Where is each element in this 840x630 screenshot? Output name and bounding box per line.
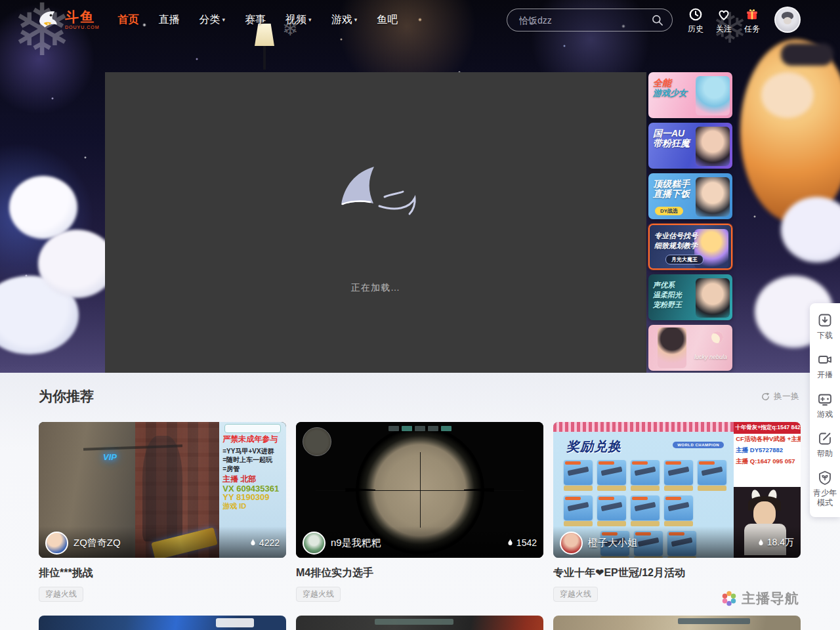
nav-item-yuba[interactable]: 鱼吧 — [377, 13, 398, 27]
category-tag[interactable]: 穿越火线 — [39, 587, 83, 602]
streamer-avatar[interactable] — [560, 532, 583, 555]
top-navbar: 斗鱼 DOUYU.COM 首页 直播 分类▾ 赛事 视频▾ 游戏▾ 鱼吧 历史 — [0, 0, 840, 39]
start-stream-button[interactable]: 开播 — [811, 352, 839, 380]
moon-decoration — [711, 331, 723, 343]
sidebar-stream-card-active[interactable]: 专业估号找号细致规划教学 月光大魔王 — [648, 224, 732, 270]
world-champion-badge: WORLD CHAMPION — [673, 442, 724, 448]
streamer-avatar[interactable] — [303, 532, 326, 555]
plush-shark-decoration — [9, 176, 77, 239]
stream-thumbnail-art — [696, 177, 730, 217]
game-center-button[interactable]: 游戏 — [811, 391, 839, 419]
related-streams-sidebar: 全能游戏少女 国一AU带粉狂魔 顶级糕手直播下饭 DY战选 专业估号找号细致规划… — [648, 72, 732, 373]
sidebar-stream-card[interactable]: 顶级糕手直播下饭 DY战选 — [648, 173, 732, 219]
user-avatar[interactable] — [774, 7, 801, 33]
download-icon — [817, 312, 833, 328]
promo-line: =随时上车一起玩 — [222, 455, 284, 465]
promo-line: =YY马甲+VX进群 — [222, 447, 284, 456]
shark-mascot-icon — [36, 9, 62, 31]
stream-card-row-partial — [39, 616, 801, 630]
category-tag[interactable]: 穿越火线 — [296, 587, 341, 602]
stream-card-text: 温柔阳光 — [653, 290, 682, 300]
sidebar-stream-card[interactable]: 全能游戏少女 — [648, 72, 732, 118]
nav-item-esports[interactable]: 赛事 — [245, 13, 266, 27]
reward-heading: 奖励兑换 — [566, 438, 621, 455]
sidebar-stream-card[interactable]: 国一AU带粉狂魔 — [648, 123, 732, 169]
stream-card: VIP 严禁未成年参与 =YY马甲+VX进群 =随时上车一起玩 =房管 主播 北… — [39, 422, 286, 602]
douyu-logo[interactable]: 斗鱼 DOUYU.COM — [36, 9, 100, 31]
stream-thumbnail[interactable]: n9是我粑粑 1542 — [296, 422, 543, 558]
follow-label: 关注 — [716, 24, 732, 35]
task-button[interactable]: 任务 — [744, 7, 760, 35]
plush-shark-decoration — [38, 230, 116, 298]
category-tag[interactable]: 穿越火线 — [553, 587, 598, 602]
thumbnail-footer: ZQ曾奇ZQ 4222 — [39, 526, 286, 558]
loading-text: 正在加载… — [351, 282, 400, 294]
streamer-name: 橙子大小姐 — [588, 537, 637, 549]
stream-card-text: 声优系 — [653, 280, 682, 290]
stream-card-text: 专业估号找号 — [654, 231, 698, 241]
follow-button[interactable]: 关注 — [716, 7, 732, 35]
shark-fin-icon — [327, 164, 425, 236]
thumbnail-footer: 橙子大小姐 18.4万 — [553, 526, 801, 558]
section-title: 为你推荐 — [39, 387, 94, 406]
stream-thumbnail[interactable] — [39, 616, 286, 630]
chevron-down-icon: ▾ — [354, 16, 358, 23]
stream-thumbnail[interactable] — [553, 616, 801, 630]
stream-card-text: 顶级糕手 — [653, 179, 690, 189]
gift-icon — [744, 7, 760, 22]
help-button[interactable]: 帮助 — [811, 430, 839, 459]
stream-thumbnail[interactable]: VIP 严禁未成年参与 =YY马甲+VX进群 =随时上车一起玩 =房管 主播 北… — [39, 422, 286, 558]
stream-card-text: 直播下饭 — [653, 189, 690, 199]
download-button[interactable]: 下载 — [811, 312, 839, 341]
edit-help-icon — [817, 430, 833, 446]
clock-icon — [688, 7, 704, 22]
streamer-avatar[interactable] — [45, 532, 68, 555]
search-bar — [507, 9, 673, 32]
heart-icon — [716, 7, 732, 22]
promo-line: YY 8190309 — [222, 493, 284, 502]
nav-item-video[interactable]: 视频▾ — [285, 13, 312, 27]
teen-mode-icon — [817, 470, 833, 486]
heat-flame-icon — [757, 538, 765, 547]
refresh-icon — [761, 392, 770, 402]
toolbar-label: 下载 — [817, 331, 833, 341]
nav-item-categories[interactable]: 分类▾ — [200, 13, 226, 27]
nav-item-home[interactable]: 首页 — [118, 13, 139, 27]
promo-line: 主播 DY5727882 — [734, 445, 801, 456]
search-icon[interactable] — [651, 14, 664, 27]
refresh-label: 换一换 — [774, 390, 799, 402]
sidebar-stream-card[interactable]: lucky nebula — [648, 325, 732, 371]
stream-title[interactable]: 排位***挑战 — [39, 566, 286, 580]
stream-card-text: 国一AU — [653, 129, 690, 138]
watermark-label: 主播导航 — [742, 589, 799, 608]
refresh-button[interactable]: 换一换 — [761, 390, 799, 402]
history-label: 历史 — [688, 24, 704, 35]
thumbnail-footer: n9是我粑粑 1542 — [296, 526, 543, 558]
nav-item-games[interactable]: 游戏▾ — [331, 13, 358, 27]
stream-thumbnail-art — [658, 327, 686, 368]
toolbar-label: 开播 — [817, 370, 833, 380]
main-nav: 首页 直播 分类▾ 赛事 视频▾ 游戏▾ 鱼吧 — [118, 13, 398, 27]
player-loading: 正在加载… — [105, 164, 646, 294]
promo-line: =房管 — [222, 465, 284, 474]
brand-subtitle: DOUYU.COM — [65, 25, 100, 30]
sidebar-stream-card[interactable]: 声优系温柔阳光宠粉野王 — [648, 274, 732, 320]
recommend-section: 为你推荐 换一换 VIP — [0, 373, 840, 630]
video-player[interactable]: 正在加载… — [105, 72, 646, 373]
nav-item-live[interactable]: 直播 — [159, 13, 180, 27]
stream-card-text: lucky nebula — [694, 352, 727, 362]
promo-line: 主播 Q:1647 095 057 — [734, 456, 801, 467]
stream-title[interactable]: 专业十年❤EP世冠/12月活动 — [553, 566, 801, 580]
history-button[interactable]: 历史 — [688, 7, 704, 35]
stream-card-badge: 月光大魔王 — [665, 255, 704, 264]
stream-thumbnail-art — [696, 127, 730, 166]
brand-name: 斗鱼 — [65, 10, 100, 24]
teen-mode-button[interactable]: 青少年模式 — [811, 470, 839, 508]
search-input[interactable] — [507, 15, 651, 26]
stream-thumbnail[interactable]: 奖励兑换 WORLD CHAMPION 十年骨灰+指定q:1547 842 62… — [553, 422, 801, 558]
side-toolbar: 下载 开播 游戏 帮助 — [810, 303, 840, 517]
stream-title[interactable]: M4排位实力选手 — [296, 566, 543, 580]
stream-thumbnail[interactable] — [296, 616, 543, 630]
pinwheel-icon — [721, 590, 738, 607]
promo-line: 游戏 ID — [222, 502, 284, 511]
